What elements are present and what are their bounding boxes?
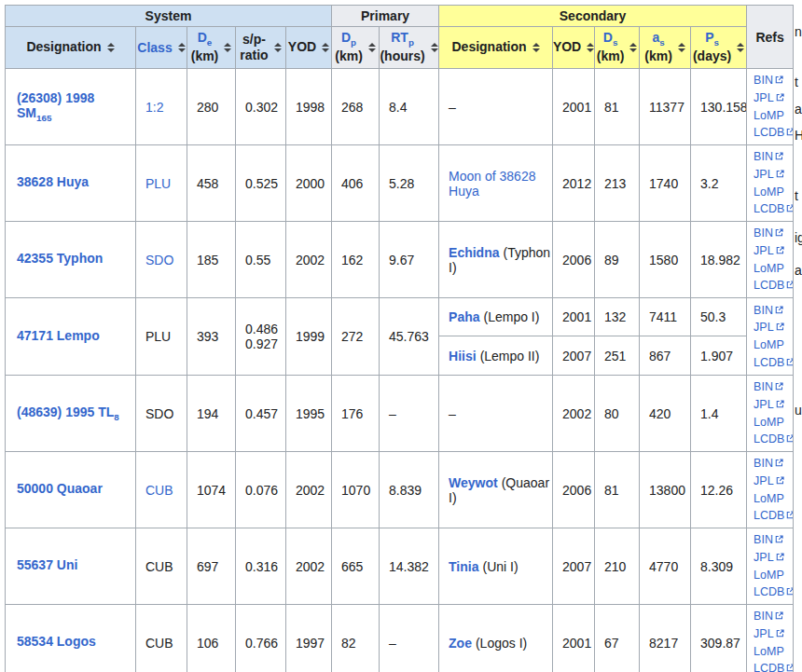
ref-link-jpl[interactable]: JPL: [754, 242, 791, 260]
class-link[interactable]: 1:2: [145, 100, 163, 115]
ref-link-jpl[interactable]: JPL: [754, 396, 791, 414]
class-header-link[interactable]: Class: [137, 40, 172, 55]
column-header-yod[interactable]: YOD: [286, 27, 332, 69]
as-header-link[interactable]: as: [652, 30, 664, 45]
system-designation-link[interactable]: 58534 Logos: [17, 634, 96, 649]
system-designation-link[interactable]: 38628 Huya: [17, 174, 89, 189]
column-header-sp-ratio[interactable]: s/p-ratio: [236, 27, 286, 69]
system-designation-link[interactable]: 42355 Typhon: [17, 251, 103, 266]
ref-link-jpl[interactable]: JPL: [754, 549, 791, 567]
ref-link-lomp[interactable]: LoMP: [754, 107, 791, 125]
column-header-secondary-designation[interactable]: Designation: [439, 27, 553, 69]
secondary-designation-link[interactable]: Paha: [449, 309, 479, 324]
ref-link-bin[interactable]: BIN: [754, 455, 791, 473]
sort-icon[interactable]: [737, 43, 744, 52]
ref-link-lcdb[interactable]: LCDB: [754, 431, 791, 448]
ref-link-lcdb[interactable]: LCDB: [754, 660, 791, 672]
sort-icon[interactable]: [178, 43, 186, 52]
external-link-icon: [775, 228, 783, 237]
sort-icon[interactable]: [587, 43, 594, 52]
ref-link-bin[interactable]: BIN: [754, 225, 791, 242]
secondary-designation-link[interactable]: Moon of 38628 Huya: [449, 169, 535, 199]
ratio-cell: 0.302: [236, 69, 286, 145]
system-designation-link[interactable]: (26308) 1998 SM165: [17, 90, 94, 120]
ratio-cell: 0.076: [236, 452, 286, 528]
ref-link-lomp[interactable]: LoMP: [754, 414, 791, 432]
ps-header-link[interactable]: Ps: [705, 30, 719, 45]
ds-cell: 81: [595, 69, 640, 145]
refs-cell: BIN JPL LoMP LCDB: [747, 605, 794, 672]
sort-icon[interactable]: [322, 43, 329, 52]
rtp-cell: –: [380, 605, 439, 672]
sort-icon[interactable]: [532, 43, 540, 52]
dp-header-link[interactable]: Dp: [341, 30, 356, 45]
ref-link-bin[interactable]: BIN: [754, 72, 791, 89]
dp-cell: 268: [332, 69, 380, 145]
ref-link-lcdb[interactable]: LCDB: [754, 354, 791, 372]
ref-link-bin[interactable]: BIN: [754, 378, 791, 396]
secondary-designation-link[interactable]: Weywot: [449, 475, 498, 490]
sort-icon[interactable]: [274, 43, 282, 52]
ref-link-lomp[interactable]: LoMP: [754, 184, 791, 201]
ref-link-bin[interactable]: BIN: [754, 148, 791, 166]
class-link[interactable]: SDO: [145, 253, 173, 267]
external-link-icon: [776, 476, 784, 485]
yod-cell: 1997: [286, 605, 332, 672]
external-link-icon: [776, 170, 784, 178]
ref-link-lcdb[interactable]: LCDB: [754, 200, 791, 218]
sort-icon[interactable]: [678, 43, 685, 52]
ps-cell: 1.907: [691, 336, 747, 376]
ref-link-bin[interactable]: BIN: [754, 531, 791, 549]
sort-icon[interactable]: [368, 43, 376, 52]
ref-link-lcdb[interactable]: LCDB: [754, 583, 791, 601]
column-header-rtp[interactable]: RTp(hours): [380, 27, 439, 69]
column-header-de[interactable]: De(km): [187, 27, 236, 69]
ratio-cell: 0.316: [236, 528, 286, 605]
sort-icon[interactable]: [224, 43, 231, 52]
rtp-header-link[interactable]: RTp: [391, 30, 414, 45]
ref-link-lomp[interactable]: LoMP: [754, 260, 791, 278]
ref-link-bin[interactable]: BIN: [754, 608, 791, 625]
system-designation-link[interactable]: 50000 Quaoar: [17, 481, 103, 496]
sort-icon[interactable]: [431, 43, 438, 52]
de-header-link[interactable]: De: [198, 30, 213, 45]
column-header-class[interactable]: Class: [136, 27, 187, 69]
sort-icon[interactable]: [107, 43, 115, 52]
ref-link-jpl[interactable]: JPL: [754, 89, 791, 107]
system-designation-link[interactable]: 55637 Uni: [17, 557, 77, 572]
de-cell: 458: [187, 145, 236, 222]
ref-link-lcdb[interactable]: LCDB: [754, 507, 791, 525]
ref-link-lomp[interactable]: LoMP: [754, 643, 791, 661]
ref-link-lomp[interactable]: LoMP: [754, 336, 791, 354]
column-header-as[interactable]: as(km): [640, 27, 691, 69]
external-link-icon: [786, 204, 793, 213]
ref-link-lomp[interactable]: LoMP: [754, 567, 791, 584]
system-designation-link[interactable]: 47171 Lempo: [17, 328, 100, 343]
ref-link-lcdb[interactable]: LCDB: [754, 124, 791, 142]
secondary-designation-link[interactable]: Tinia: [449, 559, 478, 574]
ds-header-link[interactable]: Ds: [603, 30, 618, 45]
column-header-dp[interactable]: Dp(km): [332, 27, 380, 69]
class-link[interactable]: CUB: [145, 483, 173, 498]
column-header-ps[interactable]: Ps(days): [691, 27, 747, 69]
class-cell: SDO: [136, 222, 187, 298]
ref-link-jpl[interactable]: JPL: [754, 166, 791, 184]
yod-cell: 2000: [286, 145, 332, 222]
ref-link-bin[interactable]: BIN: [754, 302, 791, 320]
column-header-secondary-yod[interactable]: YOD: [553, 27, 595, 69]
ref-link-lomp[interactable]: LoMP: [754, 490, 791, 508]
system-designation-link[interactable]: (48639) 1995 TL8: [17, 405, 119, 419]
ref-link-lcdb[interactable]: LCDB: [754, 277, 791, 295]
class-link[interactable]: PLU: [145, 176, 171, 191]
secondary-yod-cell: 2012: [553, 145, 595, 222]
column-header-ds[interactable]: Ds(km): [595, 27, 640, 69]
ref-link-jpl[interactable]: JPL: [754, 625, 791, 643]
secondary-designation-link[interactable]: Echidna: [449, 245, 499, 260]
sort-icon[interactable]: [629, 43, 637, 52]
column-header-designation[interactable]: Designation: [6, 27, 136, 69]
secondary-designation-link[interactable]: Hiisi: [449, 349, 477, 363]
as-cell: 7411: [640, 298, 691, 336]
ref-link-jpl[interactable]: JPL: [754, 473, 791, 490]
ref-link-jpl[interactable]: JPL: [754, 319, 791, 336]
secondary-designation-link[interactable]: Zoe: [449, 636, 472, 651]
